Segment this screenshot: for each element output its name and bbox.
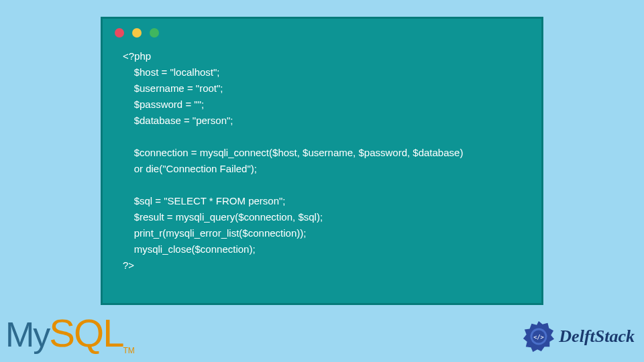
- code-line: mysqli_close($connection);: [123, 243, 256, 255]
- mysql-logo: MySQLTM: [5, 310, 135, 355]
- code-line: print_r(mysqli_error_list($connection));: [123, 227, 306, 239]
- close-icon: [115, 28, 124, 38]
- code-line: $host = "localhost";: [123, 66, 219, 78]
- minimize-icon: [132, 28, 142, 38]
- code-window: <?php $host = "localhost"; $username = "…: [101, 17, 543, 305]
- mysql-logo-tm: TM: [123, 346, 134, 355]
- code-line: $sql = "SELECT * FROM person";: [123, 195, 286, 206]
- code-line: or die("Connection Failed");: [123, 163, 257, 174]
- code-line: $username = "root";: [123, 82, 223, 94]
- code-line: ?>: [123, 259, 134, 271]
- code-line: $password = "";: [123, 99, 204, 110]
- maximize-icon: [150, 28, 159, 38]
- mysql-logo-sql: SQL: [49, 311, 123, 355]
- code-line: <?php: [123, 50, 151, 62]
- svg-text:</>: </>: [534, 334, 545, 341]
- code-line: $database = "person";: [123, 115, 233, 126]
- code-block: <?php $host = "localhost"; $username = "…: [103, 42, 541, 280]
- delftstack-icon: </>: [523, 320, 555, 353]
- code-line: $result = mysqli_query($connection, $sql…: [123, 211, 323, 223]
- delftstack-logo: </> DelftStack: [523, 320, 635, 353]
- delftstack-text: DelftStack: [559, 326, 635, 347]
- mysql-logo-my: My: [5, 315, 49, 354]
- code-line: $connection = mysqli_connect($host, $use…: [123, 147, 463, 158]
- window-controls: [103, 19, 541, 42]
